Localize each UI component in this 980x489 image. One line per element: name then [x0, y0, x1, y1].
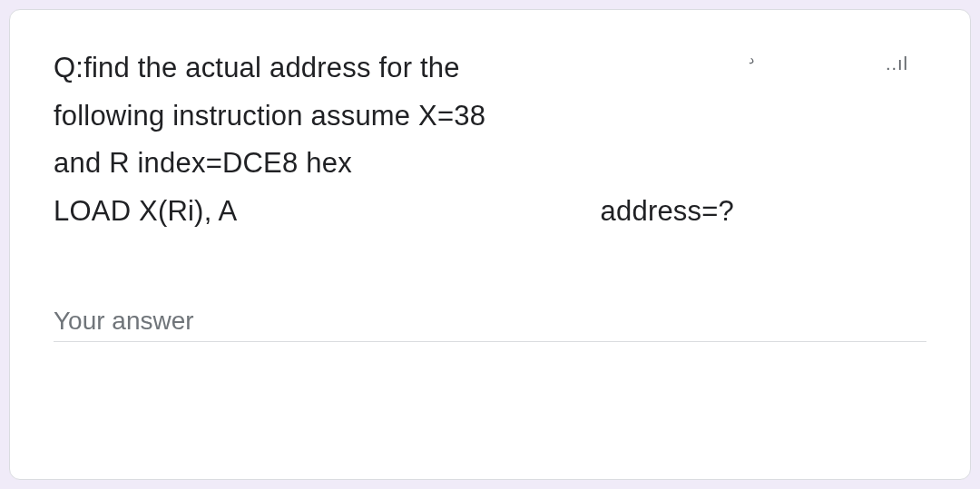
annotation-mark-top-right: ..ıl: [886, 54, 908, 74]
question-line-4: LOAD X(Ri), A address=?: [54, 188, 770, 236]
question-line-3: and R index=DCE8 hex: [54, 140, 671, 188]
question-card: ﺩ ..ıl Q:find the actual address for the…: [9, 9, 971, 480]
question-line-4-right: address=?: [601, 188, 770, 236]
question-line-4-left: LOAD X(Ri), A: [54, 188, 237, 236]
question-container: ﺩ ..ıl Q:find the actual address for the…: [54, 44, 926, 236]
answer-input[interactable]: [54, 301, 926, 342]
question-line-1: Q:find the actual address for the: [54, 44, 671, 93]
annotation-mark-small: ﺩ: [749, 52, 754, 66]
answer-wrapper: [54, 301, 926, 342]
question-line-2: following instruction assume X=38: [54, 93, 671, 141]
